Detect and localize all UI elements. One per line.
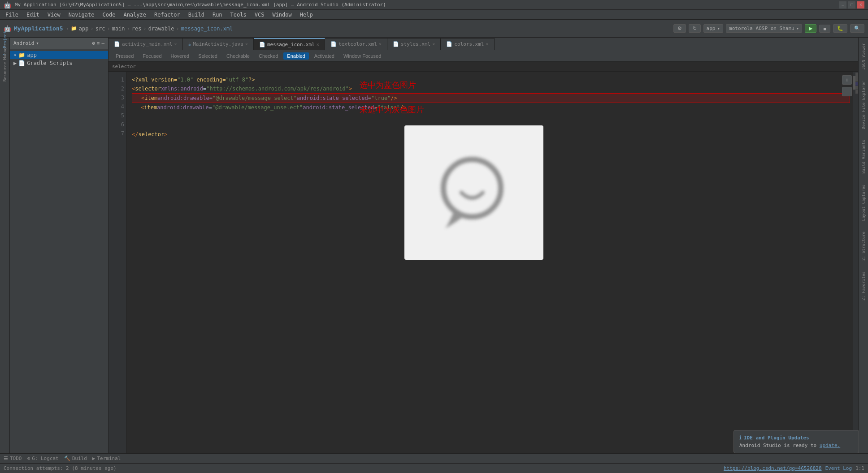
breadcrumb-bar: selector — [108, 62, 858, 72]
tab-close-colors[interactable]: × — [486, 42, 489, 47]
code-area[interactable]: <?xml version="1.0" encoding="utf-8"?> <… — [126, 72, 855, 453]
state-checked[interactable]: Checked — [255, 52, 282, 60]
menu-edit[interactable]: Edit — [23, 11, 43, 19]
tab-colors[interactable]: 📄 colors.xml × — [441, 38, 494, 50]
tab-close-activity[interactable]: × — [174, 42, 177, 47]
todo-icon: ☰ — [4, 456, 8, 461]
zoom-in-button[interactable]: + — [842, 75, 852, 85]
state-checkable[interactable]: Checkable — [223, 52, 253, 60]
tool-todo[interactable]: ☰ TODO — [4, 456, 22, 461]
zoom-out-button[interactable]: – — [842, 87, 851, 96]
device-dropdown[interactable]: motorola AOSP on Shamu ▾ — [726, 24, 802, 33]
status-line-col: 1:1 — [855, 465, 864, 471]
minimap — [855, 72, 858, 453]
right-tab-structure[interactable]: 2: Structure — [860, 228, 867, 264]
android-dropdown[interactable]: Android ▾ — [13, 40, 39, 46]
tab-label-message: message_icon.xml — [267, 42, 315, 47]
notification-body: Android Studio is ready to update. — [739, 443, 853, 448]
status-event-log[interactable]: Event Log — [825, 465, 852, 471]
main-layout: 1: Project Resource Manager Android ▾ ⚙ … — [0, 38, 868, 453]
notification: ℹ IDE and Plugin Updates Android Studio … — [733, 430, 859, 453]
state-activated[interactable]: Activated — [311, 52, 338, 60]
tab-close-styles[interactable]: × — [432, 42, 435, 47]
menu-code[interactable]: Code — [99, 11, 119, 19]
tab-textcolor[interactable]: 📄 textcolor.xml × — [325, 38, 387, 50]
left-sidebar-resource[interactable]: Resource Manager — [1, 58, 9, 66]
tool-terminal[interactable]: ▶ Terminal — [92, 456, 121, 461]
tab-label-mainactivity: MainActivity.java — [193, 41, 243, 47]
menu-navigate[interactable]: Navigate — [65, 11, 98, 19]
right-tab-json[interactable]: JSON Viewer — [860, 39, 867, 73]
right-tab-device-files[interactable]: Device File Explorer — [860, 77, 867, 133]
state-enabled[interactable]: Enabled — [283, 52, 308, 60]
left-sidebar: 1: Project Resource Manager — [0, 38, 10, 453]
minimize-button[interactable]: – — [839, 1, 846, 9]
scrollbar-thumb[interactable] — [853, 76, 855, 90]
tab-icon-message: 📄 — [259, 42, 265, 47]
path-res[interactable]: res — [132, 26, 142, 32]
config-dropdown[interactable]: app ▾ — [703, 24, 724, 33]
debug-btn[interactable]: 🐛 — [833, 24, 847, 33]
right-tab-layout-captures[interactable]: Layout Captures — [860, 181, 867, 224]
menu-window[interactable]: Window — [269, 11, 295, 19]
run-button[interactable]: ▶ — [805, 24, 816, 33]
title-bar: 🤖 My Application [G:\02\MyApplication5] … — [0, 0, 868, 10]
panel-settings-icon[interactable]: ⚙ — [92, 40, 95, 46]
menu-analyze[interactable]: Analyze — [120, 11, 150, 19]
path-file[interactable]: message_icon.xml — [181, 26, 233, 32]
path-src[interactable]: src — [95, 26, 105, 32]
menu-tools[interactable]: Tools — [227, 11, 250, 19]
notification-message: Android Studio is ready to — [739, 443, 816, 448]
state-window-focused[interactable]: Window Focused — [340, 52, 385, 60]
tab-activity-main[interactable]: 📄 activity_main.xml × — [108, 38, 183, 50]
panel-gear-icon[interactable]: ≡ — [97, 40, 100, 46]
path-main[interactable]: main — [112, 26, 125, 32]
tab-message-icon[interactable]: 📄 message_icon.xml × — [254, 38, 325, 50]
tool-logcat[interactable]: ⚙ 6: Logcat — [27, 456, 59, 461]
editor-area: 📄 activity_main.xml × ☕ MainActivity.jav… — [108, 38, 858, 453]
tab-label-textcolor: textcolor.xml — [339, 41, 377, 47]
tab-close-mainactivity[interactable]: × — [245, 42, 248, 47]
state-focused[interactable]: Focused — [139, 52, 165, 60]
menu-file[interactable]: File — [2, 11, 22, 19]
tree-item-gradle[interactable]: ▶ 📄 Gradle Scripts — [10, 59, 108, 67]
project-panel: Android ▾ ⚙ ≡ – ▾ 📁 app ▶ 📄 Gradle Scrip… — [10, 38, 108, 453]
settings-btn[interactable]: ⚙ — [673, 24, 686, 33]
right-tab-favorites[interactable]: 2: Favorites — [860, 268, 867, 304]
menu-build[interactable]: Build — [185, 11, 208, 19]
state-hovered[interactable]: Hovered — [167, 52, 193, 60]
tab-styles[interactable]: 📄 styles.xml × — [387, 38, 441, 50]
search-btn[interactable]: 🔍 — [850, 24, 864, 33]
menu-vcs[interactable]: VCS — [251, 11, 268, 19]
tab-close-message[interactable]: × — [317, 42, 319, 47]
menu-help[interactable]: Help — [296, 11, 317, 19]
maximize-button[interactable]: □ — [848, 1, 855, 9]
tab-label-colors: colors.xml — [454, 41, 484, 47]
device-chevron-icon: ▾ — [796, 26, 799, 31]
status-url[interactable]: https://blog.csdn.net/qq=46526828 — [724, 465, 822, 471]
right-tab-build-variants[interactable]: Build Variants — [860, 136, 867, 177]
project-name[interactable]: MyApplication5 — [14, 25, 63, 32]
panel-minimize-icon[interactable]: – — [101, 40, 104, 46]
path-app-label[interactable]: app — [79, 26, 89, 32]
build-icon: 🔨 — [64, 456, 70, 461]
android-chevron-icon: ▾ — [36, 40, 39, 46]
sync-btn[interactable]: ↻ — [689, 24, 701, 33]
state-pressed[interactable]: Pressed — [112, 52, 137, 60]
config-label: app — [707, 26, 716, 31]
notification-link[interactable]: update. — [820, 443, 840, 448]
tab-close-textcolor[interactable]: × — [379, 42, 382, 47]
tree-item-app[interactable]: ▾ 📁 app — [10, 51, 108, 59]
menu-run[interactable]: Run — [209, 11, 226, 19]
close-button[interactable]: × — [857, 1, 864, 9]
title-bar-controls: – □ × — [839, 1, 864, 9]
tab-mainactivity[interactable]: ☕ MainActivity.java × — [183, 38, 254, 50]
tool-build[interactable]: 🔨 Build — [64, 456, 87, 461]
menu-refactor[interactable]: Refactor — [151, 11, 184, 19]
menu-view[interactable]: View — [44, 11, 64, 19]
state-selected[interactable]: Selected — [195, 52, 221, 60]
scrollbar[interactable] — [853, 72, 855, 453]
android-label: Android — [13, 40, 34, 46]
path-drawable[interactable]: drawable — [148, 26, 174, 32]
stop-btn[interactable]: ■ — [819, 25, 830, 33]
